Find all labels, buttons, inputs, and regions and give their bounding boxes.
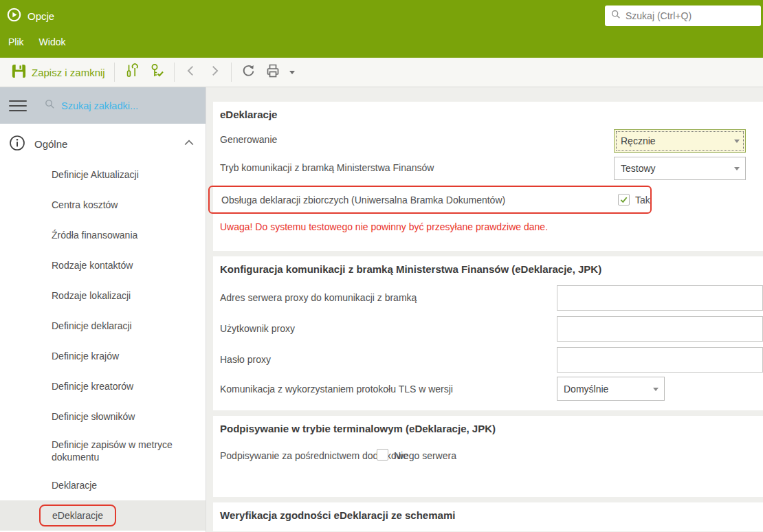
- caret-down-icon: [289, 71, 295, 74]
- tools-icon: [124, 63, 140, 82]
- sidebar-item-centra-kosztow[interactable]: Centra kosztów: [0, 190, 206, 220]
- global-search-input[interactable]: [626, 10, 742, 21]
- save-and-close-label: Zapisz i zamknij: [32, 67, 105, 78]
- key-check-icon: [148, 63, 165, 82]
- sidebar-group-label: Ogólne: [34, 138, 67, 150]
- window-title: Opcje: [27, 10, 54, 22]
- obsluga-checkbox[interactable]: [618, 194, 630, 206]
- sidebar-item-zrodla-finansowania[interactable]: Źródła finansowania: [0, 220, 206, 250]
- window-titlebar: Opcje Plik Widok: [0, 0, 763, 58]
- chevron-up-icon[interactable]: [182, 136, 196, 153]
- menu-view[interactable]: Widok: [38, 34, 67, 49]
- sidebar-item-definicje-kreatorow[interactable]: Definicje kreatorów: [0, 371, 206, 401]
- sidebar-item-definicje-aktualizacji[interactable]: Definicje Aktualizacji: [0, 159, 206, 190]
- sidebar-item-definicje-zapisow[interactable]: Definicje zapisów w metryce dokumentu: [0, 432, 206, 470]
- chevron-right-icon: [207, 63, 222, 81]
- forward-button[interactable]: [203, 60, 226, 84]
- print-options-button[interactable]: [285, 68, 299, 77]
- generowanie-combobox[interactable]: Ręcznie: [614, 129, 746, 153]
- refresh-button[interactable]: [236, 60, 261, 85]
- search-icon: [610, 9, 621, 23]
- toolbar-separator: [231, 63, 232, 82]
- proxy-user-input[interactable]: [557, 316, 763, 342]
- sidebar-item-definicje-deklaracji[interactable]: Definicje deklaracji: [0, 311, 206, 341]
- sign-server-checkbox-label: Nie: [394, 450, 408, 461]
- toolbar-separator: [174, 63, 175, 82]
- section-edeklaracje: eDeklaracje Generowanie Ręcznie Tryb kom…: [213, 102, 763, 251]
- refresh-icon: [241, 63, 256, 82]
- sidebar-item-definicje-slownikow[interactable]: Definicje słowników: [0, 401, 206, 432]
- sidebar: Ogólne Definicje Aktualizacji Centra kos…: [0, 87, 206, 532]
- sidebar-item-edeklaracje[interactable]: eDeklaracje: [0, 500, 206, 531]
- combobox-value: Domyślnie: [564, 384, 608, 395]
- tls-label: Komunikacja z wykorzystaniem protokołu T…: [220, 384, 453, 395]
- sign-server-checkbox[interactable]: [377, 449, 388, 461]
- toolbar-separator: [114, 63, 115, 82]
- main-content: eDeklaracje Generowanie Ręcznie Tryb kom…: [206, 87, 763, 532]
- hamburger-menu-icon[interactable]: [9, 98, 27, 114]
- dropdown-arrow-icon: [653, 388, 659, 391]
- tryb-label: Tryb komunikacji z bramką Ministerstwa F…: [220, 162, 434, 173]
- proxy-password-input[interactable]: [557, 347, 763, 373]
- sidebar-item-label: eDeklaracje: [52, 510, 103, 521]
- save-icon: [11, 63, 27, 82]
- section-title: Weryfikacja zgodności eDeklaracji ze sch…: [220, 509, 455, 521]
- proxy-user-label: Użytkownik proxy: [220, 323, 295, 334]
- combobox-value: Ręcznie: [621, 135, 656, 146]
- obsluga-label: Obsługa deklaracji zbiorczych (Uniwersal…: [221, 195, 505, 206]
- sidebar-item-definicje-krajow[interactable]: Definicje krajów: [0, 341, 206, 371]
- back-button[interactable]: [179, 60, 203, 84]
- tls-combobox[interactable]: Domyślnie: [557, 377, 665, 401]
- check-icon: [619, 195, 628, 204]
- sidebar-search-input[interactable]: [61, 100, 164, 111]
- sidebar-item-rodzaje-lokalizacji[interactable]: Rodzaje lokalizacji: [0, 280, 206, 311]
- sidebar-item-deklaracje[interactable]: Deklaracje: [0, 470, 206, 500]
- dropdown-arrow-icon: [734, 167, 740, 170]
- sidebar-header: [0, 87, 206, 124]
- printer-icon: [265, 63, 281, 82]
- search-icon: [44, 98, 56, 113]
- section-weryfikacja: Weryfikacja zgodności eDeklaracji ze sch…: [213, 502, 763, 531]
- chevron-left-icon: [184, 63, 199, 81]
- tools-button[interactable]: [120, 60, 144, 85]
- sign-server-label: Podpisywanie za pośrednictwem dodatkoweg…: [220, 450, 456, 461]
- info-icon: [9, 135, 25, 154]
- annotation-box-obsluga: Obsługa deklaracji zbiorczych (Uniwersal…: [208, 186, 652, 214]
- section-konfiguracja: Konfiguracja komunikacji z bramką Minist…: [213, 256, 763, 410]
- save-and-close-button[interactable]: Zapisz i zamknij: [7, 60, 109, 85]
- test-system-warning: Uwaga! Do systemu testowego nie powinny …: [220, 221, 548, 232]
- generowanie-label: Generowanie: [220, 134, 277, 145]
- menu-file[interactable]: Plik: [7, 34, 25, 49]
- proxy-address-label: Adres serwera proxy do komunikacji z bra…: [220, 292, 417, 303]
- proxy-password-label: Hasło proxy: [220, 354, 271, 365]
- sidebar-group-ogolne[interactable]: Ogólne: [0, 129, 206, 159]
- title-row: Opcje: [7, 7, 54, 25]
- combobox-value: Testowy: [621, 163, 656, 174]
- obsluga-checkbox-label: Tak: [635, 195, 650, 206]
- section-title: Konfiguracja komunikacji z bramką Minist…: [220, 263, 601, 275]
- app-play-icon: [7, 8, 21, 25]
- toolbar: Zapisz i zamknij: [0, 58, 763, 87]
- sidebar-list: Definicje Aktualizacji Centra kosztów Źr…: [0, 159, 206, 531]
- proxy-address-input[interactable]: [557, 285, 763, 311]
- section-title: Podpisywanie w trybie terminalowym (eDek…: [220, 423, 496, 434]
- key-verify-button[interactable]: [144, 60, 169, 85]
- section-title: eDeklaracje: [220, 109, 277, 120]
- sidebar-search[interactable]: [44, 98, 164, 113]
- section-podpisywanie: Podpisywanie w trybie terminalowym (eDek…: [213, 416, 763, 497]
- dropdown-arrow-icon: [734, 140, 740, 143]
- global-search[interactable]: [605, 5, 761, 26]
- print-button[interactable]: [261, 60, 285, 85]
- tryb-combobox[interactable]: Testowy: [614, 157, 746, 180]
- sidebar-item-rodzaje-kontaktow[interactable]: Rodzaje kontaktów: [0, 250, 206, 280]
- annotation-box-edeklaracje: eDeklaracje: [39, 505, 116, 527]
- menubar: Plik Widok: [7, 34, 67, 49]
